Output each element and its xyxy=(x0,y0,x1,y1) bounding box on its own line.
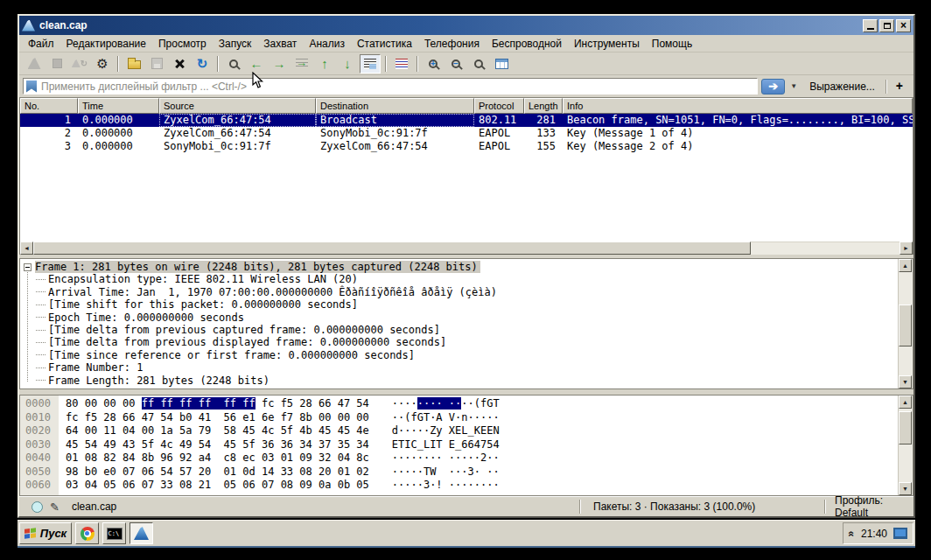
packet-cell-length: 133 xyxy=(524,127,563,140)
packet-row[interactable]: 30.000000SonyMobi_0c:91:7fZyxelCom_66:47… xyxy=(20,140,913,153)
go-back-icon[interactable]: ← xyxy=(246,54,267,74)
go-top-icon[interactable]: ↑ xyxy=(314,54,335,74)
scroll-down-icon[interactable]: ▼ xyxy=(899,482,912,495)
detail-line[interactable]: Encapsulation type: IEEE 802.11 Wireless… xyxy=(22,273,897,285)
column-header-info[interactable]: Info xyxy=(563,98,913,114)
close-file-icon[interactable] xyxy=(169,54,190,74)
menu-1[interactable]: Файл xyxy=(22,36,60,52)
column-header-destination[interactable]: Destination xyxy=(316,98,474,114)
menu-5[interactable]: Захват xyxy=(257,36,303,52)
start-button[interactable]: Пуск xyxy=(19,522,72,544)
close-button[interactable]: × xyxy=(896,19,911,32)
find-packet-icon[interactable] xyxy=(223,54,244,74)
packet-cell-source: SonyMobi_0c:91:7f xyxy=(159,140,316,153)
column-header-source[interactable]: Source xyxy=(159,98,316,114)
title-bar[interactable]: clean.cap × xyxy=(19,16,914,35)
hex-row[interactable]: 004001 08 82 84 8b 96 92 a4 c8 ec 03 01 … xyxy=(20,452,897,466)
details-vscroll-thumb[interactable] xyxy=(899,304,912,346)
minimize-button[interactable] xyxy=(863,19,878,32)
scroll-left-icon[interactable]: ◄ xyxy=(20,242,33,255)
column-header-no[interactable]: No. xyxy=(20,98,78,114)
toolbar-separator xyxy=(217,56,219,72)
zoom-original-icon[interactable] xyxy=(468,54,489,74)
scroll-up-icon[interactable]: ▲ xyxy=(899,396,912,409)
packet-cell-info: Key (Message 1 of 4) xyxy=(563,127,913,140)
column-header-length[interactable]: Length xyxy=(524,98,563,114)
scroll-up-icon[interactable]: ▲ xyxy=(899,259,912,272)
display-filter-input[interactable] xyxy=(41,80,757,93)
packet-list-hscrollbar[interactable]: ◄ ► xyxy=(20,242,913,255)
capture-comment-icon[interactable]: ✎ xyxy=(50,500,60,514)
detail-line[interactable]: [Time delta from previous displayed fram… xyxy=(22,336,897,348)
scroll-down-icon[interactable]: ▼ xyxy=(899,375,912,388)
hex-vscroll-thumb[interactable] xyxy=(899,411,912,444)
details-vscrollbar[interactable]: ▲ ▼ xyxy=(898,259,913,388)
menu-9[interactable]: Беспроводной xyxy=(486,36,568,52)
detail-line[interactable]: Frame Number: 1 xyxy=(22,361,897,374)
display-filter-box[interactable] xyxy=(23,78,758,94)
menu-8[interactable]: Телефония xyxy=(418,36,486,52)
detail-line[interactable]: [Time since reference or first frame: 0.… xyxy=(22,349,897,361)
menu-3[interactable]: Просмотр xyxy=(152,36,213,52)
zoom-out-icon[interactable]: − xyxy=(445,54,466,74)
save-file-icon[interactable] xyxy=(146,54,167,74)
network-tray-icon[interactable] xyxy=(893,528,907,539)
hex-row[interactable]: 006003 04 05 06 07 33 08 21 05 06 07 08 … xyxy=(20,479,897,493)
menu-7[interactable]: Статистика xyxy=(351,36,418,52)
hex-row[interactable]: 0010fc f5 28 66 47 54 b0 41 56 e1 6e f7 … xyxy=(20,411,897,425)
add-filter-button[interactable]: + xyxy=(891,79,910,94)
detail-text: Epoch Time: 0.000000000 seconds xyxy=(48,312,244,324)
autoscroll-icon[interactable] xyxy=(391,54,412,74)
packet-row[interactable]: 10.000000ZyxelCom_66:47:54Broadcast802.1… xyxy=(20,114,913,127)
packet-row[interactable]: 20.000000ZyxelCom_66:47:54SonyMobi_0c:91… xyxy=(20,127,913,140)
go-to-packet-icon[interactable]: → xyxy=(291,54,312,74)
colorize-icon[interactable] xyxy=(360,54,381,74)
apply-filter-button[interactable]: ➔ xyxy=(761,79,785,94)
taskbar-chrome-button[interactable] xyxy=(75,522,99,544)
hex-row[interactable]: 000080 00 00 00 ff ff ff ff ff ff fc f5 … xyxy=(20,397,897,411)
tray-chevron-icon[interactable]: « xyxy=(846,530,858,536)
detail-line[interactable]: Arrival Time: Jan 1, 1970 07:00:00.00000… xyxy=(22,286,897,298)
detail-line[interactable]: Frame 1: 281 bytes on wire (2248 bits), … xyxy=(22,261,897,273)
hex-vscrollbar[interactable]: ▲ ▼ xyxy=(898,396,913,495)
reload-icon[interactable]: ↻ xyxy=(192,54,213,74)
menu-4[interactable]: Запуск xyxy=(213,36,258,52)
detail-line[interactable]: [Time shift for this packet: 0.000000000… xyxy=(22,298,897,311)
menu-10[interactable]: Инструменты xyxy=(568,36,646,52)
menu-6[interactable]: Анализ xyxy=(303,36,351,52)
restart-capture-icon[interactable]: ↻ xyxy=(69,54,90,74)
filter-bookmark-icon[interactable] xyxy=(26,80,37,93)
restore-button[interactable] xyxy=(879,19,894,32)
detail-line[interactable]: Epoch Time: 0.000000000 seconds xyxy=(22,312,897,324)
column-header-time[interactable]: Time xyxy=(78,98,159,114)
hex-row[interactable]: 005098 b0 e0 07 06 54 57 20 01 0d 14 33 … xyxy=(20,466,897,480)
stop-capture-icon[interactable] xyxy=(46,54,67,74)
expression-button[interactable]: Выражение... xyxy=(802,79,882,94)
capture-options-icon[interactable]: ⚙ xyxy=(92,54,113,74)
resize-columns-icon[interactable] xyxy=(491,54,512,74)
start-capture-icon[interactable] xyxy=(24,54,45,74)
status-profile[interactable]: Профиль: Default xyxy=(826,494,914,519)
hscroll-thumb[interactable] xyxy=(33,242,751,255)
scroll-right-icon[interactable]: ► xyxy=(900,242,913,255)
taskbar-wireshark-button[interactable] xyxy=(130,522,153,544)
column-header-protocol[interactable]: Protocol xyxy=(474,98,524,114)
detail-text: [Time shift for this packet: 0.000000000… xyxy=(48,298,358,311)
open-file-icon[interactable] xyxy=(123,54,144,74)
hex-row[interactable]: 003045 54 49 43 5f 4c 49 54 45 5f 36 36 … xyxy=(20,438,897,452)
taskbar-cmd-button[interactable]: C:\ xyxy=(102,522,126,544)
go-bottom-icon[interactable]: ↓ xyxy=(337,54,358,74)
menu-11[interactable]: Помощь xyxy=(646,36,698,52)
expert-info-icon[interactable] xyxy=(32,501,43,513)
toolbar-separator xyxy=(416,56,418,72)
detail-line[interactable]: [Time delta from previous captured frame… xyxy=(22,324,897,336)
collapse-icon[interactable] xyxy=(24,263,32,271)
filter-dropdown-caret-icon[interactable]: ▼ xyxy=(788,82,799,90)
tray-clock[interactable]: 21:40 xyxy=(861,528,887,540)
detail-line[interactable]: Frame Length: 281 bytes (2248 bits) xyxy=(22,374,897,387)
zoom-in-icon[interactable]: + xyxy=(423,54,444,74)
hex-offset: 0000 xyxy=(20,397,59,411)
hex-row[interactable]: 002064 00 11 04 00 1a 5a 79 58 45 4c 5f … xyxy=(20,424,897,438)
menu-2[interactable]: Редактирование xyxy=(60,36,152,52)
go-forward-icon[interactable]: → xyxy=(269,54,290,74)
